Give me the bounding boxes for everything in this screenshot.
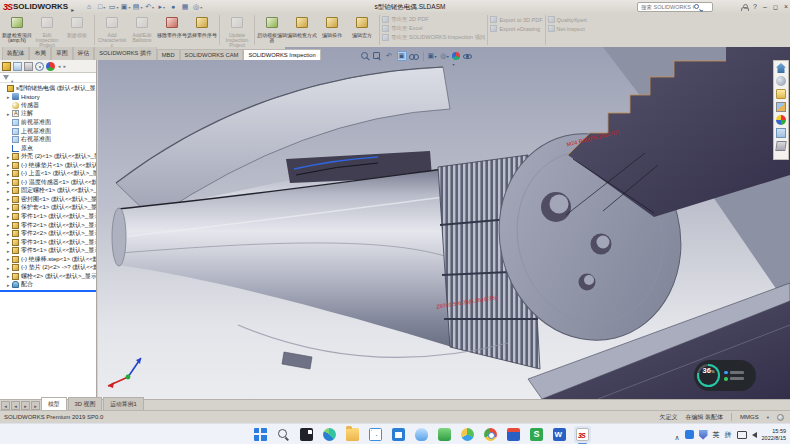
tree-item-mates[interactable]: 配合 xyxy=(0,281,96,290)
solidworks-resources-icon[interactable] xyxy=(776,63,786,73)
home-icon[interactable]: ⌂ xyxy=(84,3,95,10)
save-icon[interactable]: ▣ xyxy=(120,3,131,11)
taskbar-weather-app[interactable] xyxy=(413,426,430,443)
launch-template-editor-button[interactable]: 启动模板编辑器 xyxy=(257,14,287,43)
panel-tabs-right-icon[interactable]: ▸ xyxy=(64,63,67,69)
tab-cam[interactable]: SOLIDWORKS CAM xyxy=(180,49,244,60)
dynamic-annotation-views-icon[interactable] xyxy=(409,54,419,59)
tree-item-front-plane[interactable]: 前视基准面 xyxy=(0,118,96,127)
status-globe-icon[interactable] xyxy=(777,414,784,421)
minimize-button[interactable] xyxy=(763,3,767,10)
tree-item-component-shell[interactable]: 外壳 (2)<1> (默认<<默认>_显示状 xyxy=(0,152,96,161)
copy-settings-icon[interactable] xyxy=(775,141,786,151)
taskbar-word-app[interactable] xyxy=(551,426,568,443)
tree-item-component-washer[interactable]: (-) 垫片 (2)<2> ->? (默认<<默认 xyxy=(0,263,96,272)
tab-evaluate[interactable]: 评估 xyxy=(73,46,95,60)
tree-item-component-sensor[interactable]: (-) 温度传感器<1> (默认<<默认>_ xyxy=(0,178,96,187)
tree-item-component-part1[interactable]: 零件1<1> (默认<<默认>_显示状 xyxy=(0,212,96,221)
previous-view-icon[interactable] xyxy=(384,51,394,61)
taskbar-media-app[interactable] xyxy=(505,426,522,443)
configuration-manager-tab-icon[interactable] xyxy=(35,62,44,71)
tab-scroll-last-icon[interactable] xyxy=(31,401,40,410)
tab-model[interactable]: 模型 xyxy=(41,397,67,410)
search-icon[interactable] xyxy=(694,4,699,9)
tray-volume-icon[interactable] xyxy=(752,432,757,438)
logo-expand-icon[interactable] xyxy=(68,0,74,16)
close-button[interactable] xyxy=(784,3,788,10)
new-document-icon[interactable]: □ xyxy=(96,3,107,10)
select-icon[interactable]: ▸ xyxy=(156,3,167,11)
tray-onedrive-icon[interactable] xyxy=(685,430,694,439)
property-manager-tab-icon[interactable] xyxy=(24,62,33,71)
tree-item-component-cover[interactable]: (-) 上盖<1> (默认<<默认>_显示状 xyxy=(0,169,96,178)
tree-item-component-sleeve[interactable]: 保护套<1> (默认<<默认>_显示状 xyxy=(0,204,96,213)
tree-item-component-part3[interactable]: 零件3<1> (默认<<默认>_显示状 xyxy=(0,238,96,247)
tree-item-component-part5[interactable]: 零件5<1> (默认<<默认>_显示状 xyxy=(0,246,96,255)
edit-operation-button[interactable]: 编辑操作 xyxy=(317,14,347,38)
dimxpert-manager-tab-icon[interactable] xyxy=(46,62,55,71)
tray-security-shield-icon[interactable] xyxy=(699,430,708,440)
tree-item-history[interactable]: History xyxy=(0,93,96,102)
help-button[interactable]: ? xyxy=(753,3,757,10)
taskbar-mail-app[interactable] xyxy=(367,426,384,443)
tree-item-sensors[interactable]: 传感器 xyxy=(0,101,96,110)
panel-tabs-left-icon[interactable]: ◂ xyxy=(58,63,61,69)
tree-item-component-rod[interactable]: (-) 绝缘棒.step<1> (默认<<默认> xyxy=(0,255,96,264)
tab-inspection[interactable]: SOLIDWORKS Inspection xyxy=(243,49,320,60)
tab-3d-views[interactable]: 3D 视图 xyxy=(68,397,103,410)
undo-icon[interactable]: ↶ xyxy=(144,3,155,11)
tree-item-component-seal[interactable]: 密封圈<1> (默认<<默认>_显示状 xyxy=(0,195,96,204)
taskbar-360-browser[interactable] xyxy=(459,426,476,443)
ime-language-indicator[interactable]: 英 xyxy=(713,430,720,440)
view-palette-icon[interactable] xyxy=(776,102,786,112)
taskbar-edge-browser[interactable] xyxy=(321,426,338,443)
file-properties-icon[interactable]: ▦ xyxy=(180,3,191,11)
screen-recorder-overlay[interactable]: 36% xyxy=(694,360,756,391)
tree-item-component-part2-2[interactable]: 零件2<2> (默认<<默认>_显示状 xyxy=(0,229,96,238)
tree-item-component-bolt2[interactable]: 螺栓<2> (默认<<默认>_显示状态 xyxy=(0,272,96,281)
tray-overflow-icon[interactable] xyxy=(674,426,679,444)
design-library-icon[interactable] xyxy=(776,76,786,86)
remove-balloons-button[interactable]: 移除零件序号 xyxy=(157,14,187,38)
new-inspection-project-button[interactable]: 新建检查项目 (amp;N) xyxy=(2,14,32,43)
taskbar-green-app[interactable] xyxy=(436,426,453,443)
taskbar-file-explorer[interactable] xyxy=(344,426,361,443)
tree-item-origin[interactable]: 原点 xyxy=(0,144,96,153)
graphics-area[interactable]: ◎ M24 R40(P6.35±0.02) Z57±0.5-6.35(6.35±… xyxy=(98,47,790,399)
units-dropdown-icon[interactable]: ▾ xyxy=(767,415,769,420)
open-document-icon[interactable]: ▭ xyxy=(108,3,119,11)
display-style-icon[interactable] xyxy=(427,51,437,61)
select-balloons-button[interactable]: 选择零件序号 xyxy=(187,14,217,38)
appearances-icon[interactable] xyxy=(452,52,460,60)
rebuild-traffic-light-icon[interactable]: ● xyxy=(168,3,179,10)
taskbar-snip-app[interactable] xyxy=(298,426,315,443)
custom-properties-icon[interactable] xyxy=(776,128,786,138)
section-view-icon[interactable] xyxy=(397,51,407,61)
taskbar-wps-app[interactable] xyxy=(528,426,545,443)
print-icon[interactable]: ▤ xyxy=(132,3,143,11)
edit-inspection-method-button[interactable]: 编辑检查方式 xyxy=(287,14,317,38)
tree-item-component-bolt[interactable]: 固定螺栓<1> (默认<<默认>_显示 xyxy=(0,187,96,196)
rollback-bar[interactable] xyxy=(0,290,96,292)
hide-show-items-icon[interactable] xyxy=(463,54,472,59)
display-manager-tab-icon[interactable] xyxy=(13,62,22,71)
taskbar-store-app[interactable] xyxy=(390,426,407,443)
tab-scroll-first-icon[interactable] xyxy=(1,401,10,410)
tab-assembly[interactable]: 装配体 xyxy=(2,46,29,60)
tray-network-display-icon[interactable] xyxy=(737,431,747,439)
zoom-to-fit-icon[interactable] xyxy=(361,52,370,61)
edit-macro-button[interactable]: 编辑宏方 xyxy=(347,14,377,38)
restore-button[interactable] xyxy=(773,3,778,10)
tree-item-annotations[interactable]: 注解 xyxy=(0,110,96,119)
zoom-to-area-icon[interactable] xyxy=(373,52,382,61)
view-orientation-icon[interactable]: ◎ xyxy=(440,51,450,61)
options-icon[interactable]: ◎ xyxy=(192,3,203,11)
tab-scroll-right-icon[interactable] xyxy=(21,401,30,410)
taskbar-solidworks-app[interactable] xyxy=(574,426,591,443)
tree-item-top-plane[interactable]: 上视基准面 xyxy=(0,127,96,136)
clock[interactable]: 15:59 2022/8/15 xyxy=(762,428,786,441)
tab-scroll-left-icon[interactable] xyxy=(11,401,20,410)
tree-item-component-gasket[interactable]: (-) 绝缘垫片<1> (默认<<默认>_显 xyxy=(0,161,96,170)
taskbar-search-button[interactable] xyxy=(275,426,292,443)
search-box[interactable] xyxy=(637,2,713,12)
